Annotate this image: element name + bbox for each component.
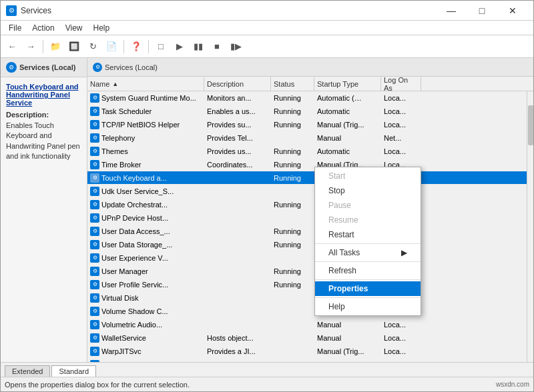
minimize-button[interactable]: — (436, 1, 467, 21)
row-startup: Manual (314, 318, 381, 331)
ctx-restart[interactable]: Restart (315, 227, 421, 242)
table-row[interactable]: ⚙ Update Orchestrat... Running Automatic… (87, 198, 533, 211)
row-name: ⚙ Volume Shadow C... (87, 305, 204, 317)
row-desc (204, 318, 271, 331)
col-header-name[interactable]: Name ▲ (87, 77, 204, 91)
col-header-startup[interactable]: Startup Type (314, 77, 381, 91)
row-name: ⚙ Update Orchestrat... (87, 198, 204, 211)
refresh-button[interactable]: ↻ (84, 38, 101, 55)
ctx-pause[interactable]: Pause (315, 198, 421, 213)
row-desc: Provides Tel... (204, 131, 271, 144)
menu-file[interactable]: File (3, 22, 27, 34)
table-row[interactable]: ⚙ User Profile Servic... Running Automat… (87, 278, 533, 291)
row-status (271, 318, 314, 331)
row-log: Net... (381, 131, 421, 144)
help-button[interactable]: ❓ (127, 38, 145, 55)
col-header-log[interactable]: Log On As (381, 77, 421, 91)
table-row[interactable]: ⚙ Telephony Provides Tel... Manual Net..… (87, 131, 533, 145)
tab-standard[interactable]: Standard (51, 365, 96, 377)
square-button[interactable]: □ (152, 38, 170, 55)
row-status: Running (271, 105, 314, 117)
row-startup: Manual (314, 131, 381, 144)
app-icon: ⚙ (6, 5, 17, 16)
ctx-all-tasks[interactable]: All Tasks ▶ (315, 245, 421, 260)
row-startup: Automatic (314, 145, 381, 157)
ctx-stop[interactable]: Stop (315, 183, 421, 198)
row-startup: Automatic (314, 105, 381, 117)
close-button[interactable]: ✕ (497, 1, 528, 21)
pause-button[interactable]: ▮▮ (190, 38, 207, 55)
table-row[interactable]: ⚙ Web Account Manager This service ... R… (87, 358, 533, 362)
ctx-refresh[interactable]: Refresh (315, 263, 421, 278)
ctx-separator-3 (315, 279, 421, 280)
ctx-separator-1 (315, 243, 421, 244)
menu-help[interactable]: Help (88, 22, 115, 34)
row-status: Running (271, 358, 314, 362)
table-row[interactable]: ⚙ WalletService Hosts object... Manual L… (87, 331, 533, 345)
sidebar-service-name[interactable]: Touch Keyboard and Handwriting Panel Ser… (6, 83, 81, 107)
table-row[interactable]: ⚙ Time Broker Coordinates... Running Man… (87, 158, 533, 171)
skip-button[interactable]: ▮▶ (227, 38, 244, 55)
table-row[interactable]: ⚙ Volume Shadow C... Manual Loca... (87, 305, 533, 318)
ctx-properties[interactable]: Properties (315, 281, 421, 296)
vertical-scrollbar[interactable] (527, 91, 533, 362)
menu-view[interactable]: View (60, 22, 88, 34)
row-name: ⚙ User Manager (87, 265, 204, 277)
table-row[interactable]: ⚙ Themes Provides us... Running Automati… (87, 145, 533, 158)
row-icon: ⚙ (90, 267, 99, 276)
row-desc: Coordinates... (204, 158, 271, 171)
row-startup: Manual (Trig... (314, 345, 381, 357)
row-icon: ⚙ (90, 320, 99, 329)
row-icon: ⚙ (90, 213, 99, 223)
row-name: ⚙ Touch Keyboard a... (87, 171, 204, 184)
table-row-selected[interactable]: ⚙ Touch Keyboard a... Running Manual (Tr… (87, 171, 533, 185)
forward-button[interactable]: → (22, 38, 39, 55)
row-icon: ⚙ (90, 360, 99, 363)
title-bar-text: Services (21, 6, 436, 15)
context-menu: Start Stop Pause Resume Restart (314, 167, 421, 316)
table-row[interactable]: ⚙ Task Scheduler Enables a us... Running… (87, 105, 533, 118)
status-bar: Opens the properties dialog box for the … (1, 377, 533, 391)
ctx-start[interactable]: Start (315, 169, 421, 183)
view-button[interactable]: 🔲 (65, 38, 83, 55)
sidebar-header: ⚙ Services (Local) (1, 58, 87, 77)
table-row[interactable]: ⚙ System Guard Runtime Mo... Monitors an… (87, 91, 533, 105)
scrollbar-thumb[interactable] (528, 105, 533, 145)
row-icon: ⚙ (90, 107, 99, 116)
row-icon: ⚙ (90, 240, 99, 249)
table-row[interactable]: ⚙ User Experience V... Disabled Loca... (87, 251, 533, 265)
tab-extended[interactable]: Extended (5, 365, 50, 377)
table-row[interactable]: ⚙ Virtual Disk Manual Loca... (87, 291, 533, 305)
play-button[interactable]: ▶ (171, 38, 188, 55)
status-right: wsxdn.com (496, 381, 529, 388)
table-row[interactable]: ⚙ WarpJITSvc Provides a JI... Manual (Tr… (87, 345, 533, 358)
row-icon: ⚙ (90, 133, 99, 143)
stop-button[interactable]: ■ (208, 38, 226, 55)
ctx-separator-4 (315, 297, 421, 298)
export-button[interactable]: 📄 (103, 38, 120, 55)
table-row[interactable]: ⚙ Volumetric Audio... Manual Loca... (87, 318, 533, 331)
folder-button[interactable]: 📁 (47, 38, 64, 55)
table-row[interactable]: ⚙ TCP/IP NetBIOS Helper Provides su... R… (87, 118, 533, 131)
table-row[interactable]: ⚙ UPnP Device Host... Manual Loca... (87, 211, 533, 225)
row-status: Running (271, 278, 314, 291)
back-button[interactable]: ← (3, 38, 21, 55)
col-header-status[interactable]: Status (271, 77, 314, 91)
table-scroll[interactable]: ⚙ System Guard Runtime Mo... Monitors an… (87, 91, 533, 362)
menu-action[interactable]: Action (27, 22, 59, 34)
row-status: Running (271, 238, 314, 251)
table-row[interactable]: ⚙ User Data Access_... Running Manual Lo… (87, 225, 533, 238)
row-startup: Manual (Trig... (314, 118, 381, 131)
maximize-button[interactable]: □ (467, 1, 497, 21)
row-log: Loca... (381, 331, 421, 344)
ctx-help[interactable]: Help (315, 299, 421, 314)
table-area: Name ▲ Description Status Startup Type L… (87, 77, 533, 362)
table-row[interactable]: ⚙ User Data Storage_... Running Manual L… (87, 238, 533, 251)
col-header-desc[interactable]: Description (204, 77, 271, 91)
ctx-resume[interactable]: Resume (315, 213, 421, 227)
row-log: Loca... (381, 118, 421, 131)
row-desc: This service ... (204, 358, 271, 362)
table-row[interactable]: ⚙ Udk User Service_S... Manual Loca... (87, 185, 533, 198)
row-icon: ⚙ (90, 120, 99, 129)
table-row[interactable]: ⚙ User Manager Running Automatic (T... L… (87, 265, 533, 278)
